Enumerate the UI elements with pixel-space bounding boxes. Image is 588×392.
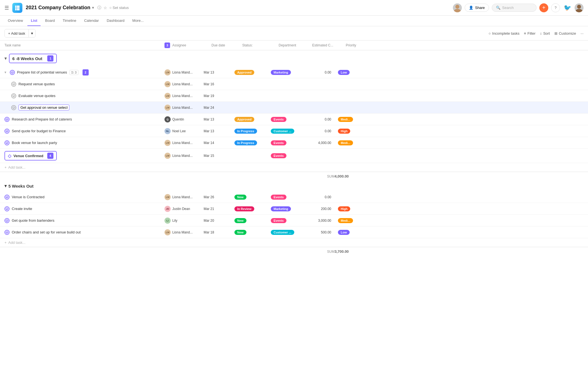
filter-action[interactable]: ≡ Filter [524,31,535,36]
add-task-main[interactable]: + Add task [5,30,29,37]
dept-badge[interactable]: Events [271,218,286,223]
status-badge[interactable]: Approved [234,70,254,75]
cell-status: New [232,216,269,225]
task-label[interactable]: Get quote from bartenders [12,218,54,223]
task-label[interactable]: Order chairs and set up for venue build … [12,230,81,234]
task-check[interactable] [11,105,16,110]
task-check[interactable] [11,82,16,87]
assignee-avatar: LM [164,69,171,75]
assignee-name: Liona Mand... [172,106,193,110]
nav-dashboard[interactable]: Dashboard [103,16,128,26]
task-row: Order chairs and set up for venue build … [0,226,588,238]
priority-badge[interactable]: Low [338,230,350,235]
task-check[interactable] [4,218,10,223]
task-label-input[interactable] [18,105,69,110]
col-status[interactable]: Status: [240,41,276,50]
nav-more[interactable]: More... [129,16,147,26]
cell-due: Mar 13 [201,115,232,124]
col-estimated-cost[interactable]: Estimated C... [310,41,344,50]
nav-list[interactable]: List [27,16,41,26]
add-task-button[interactable]: + Add task ▾ [4,29,36,37]
col-due-date[interactable]: Due date [209,41,240,50]
cell-dept: Customer ... [269,228,302,237]
status-badge[interactable]: Approved [234,117,254,122]
dept-badge[interactable]: Events [271,153,286,158]
task-label[interactable]: Prepare list of potential venues [17,70,67,74]
priority-badge[interactable]: Medi... [338,140,353,145]
priority-badge[interactable]: Low [338,70,350,75]
status-badge[interactable]: In Progress [234,140,257,145]
sort-action[interactable]: ↕ Sort [540,31,550,36]
cell-priority: High [336,126,358,136]
task-label[interactable]: Evaluate venue quotes [18,94,55,98]
nav-timeline[interactable]: Timeline [59,16,80,26]
col-department[interactable]: Department [276,41,310,50]
more-action[interactable]: ··· [580,31,584,36]
task-name-cell: Send quote for budget to Finance [0,126,162,136]
task-label[interactable]: Request venue quotes [18,82,55,86]
priority-badge[interactable]: High [338,129,350,134]
task-label[interactable]: Research and Prepare list of caterers [12,117,72,121]
cell-due: Mar 20 [201,216,232,225]
assignee-name: Liona Mand... [172,70,193,74]
section-header-1[interactable]: ▾ 6 -8 Weeks Out 1 [0,50,588,67]
cell-dept: Events [269,151,302,160]
incomplete-tasks-action[interactable]: ○ Incomplete tasks [489,31,519,36]
nav-board[interactable]: Board [42,16,58,26]
dept-badge[interactable]: Events [271,140,286,145]
status-badge[interactable]: New [234,195,246,200]
dept-badge[interactable]: Events [271,195,286,200]
status-badge[interactable]: New [234,230,246,235]
task-label[interactable]: Create invite [12,207,32,211]
col-assignee[interactable]: Assignee [170,41,209,50]
status-badge[interactable]: New [234,218,246,223]
priority-badge[interactable]: Medi... [338,117,353,122]
help-button[interactable]: ? [551,3,560,12]
add-task-dropdown[interactable]: ▾ [29,29,35,37]
sort-icon: ↕ [540,31,542,36]
task-check[interactable] [4,129,10,134]
status-badge[interactable]: In Review [234,206,254,211]
task-check[interactable] [4,206,10,211]
section-header-2[interactable]: ▾ 5 Weeks Out [0,181,588,191]
task-check[interactable] [11,93,16,98]
dept-badge[interactable]: Customer ... [271,230,294,235]
nav-overview[interactable]: Overview [4,16,26,26]
task-name-cell: Get quote from bartenders [0,216,162,225]
dropdown-arrow-icon[interactable]: ▾ [92,6,94,10]
task-label[interactable]: Send quote for budget to Finance [12,129,66,133]
task-name-cell: Venue is Contracted [0,192,162,202]
priority-badge[interactable]: High [338,206,350,211]
expand-icon[interactable]: ▾ [4,70,6,74]
sub-nav: Overview List Board Timeline Calendar Da… [0,16,588,26]
dept-badge[interactable]: Marketing [271,70,291,75]
task-check[interactable] [4,140,10,145]
set-status[interactable]: ○ Set status [109,6,129,10]
star-icon[interactable]: ☆ [104,6,107,10]
task-check[interactable] [4,117,10,122]
add-task-row-1[interactable]: + Add task... [0,163,588,172]
customize-action[interactable]: ⊞ Customize [554,31,576,36]
task-label[interactable]: Book venue for launch party [12,141,57,145]
dept-badge[interactable]: Events [271,117,286,122]
dept-badge[interactable]: Marketing [271,206,291,211]
priority-badge[interactable]: Medi... [338,218,353,223]
add-task-row-2[interactable]: + Add task... [0,238,588,247]
info-icon[interactable]: ⓘ [97,5,101,10]
task-check[interactable] [4,230,10,235]
milestone-badge[interactable]: ◇ Venue Confirmed 4 [4,151,57,160]
svg-point-6 [455,5,459,9]
section-title-outlined[interactable]: 6 -8 Weeks Out 1 [9,54,57,63]
share-button[interactable]: 👤 Share [465,4,489,12]
search-box[interactable]: 🔍 Search [492,4,537,12]
subtask-count-badge[interactable]: 3 [69,70,79,75]
col-priority[interactable]: Priority [344,41,366,50]
task-check[interactable] [4,195,10,200]
nav-calendar[interactable]: Calendar [81,16,102,26]
status-badge[interactable]: In Progress [234,129,257,134]
hamburger-menu[interactable]: ☰ [4,5,9,11]
add-button[interactable]: + [539,3,548,12]
dept-badge[interactable]: Customer ... [271,129,294,134]
task-check[interactable] [10,70,15,75]
task-label[interactable]: Venue is Contracted [12,195,44,199]
